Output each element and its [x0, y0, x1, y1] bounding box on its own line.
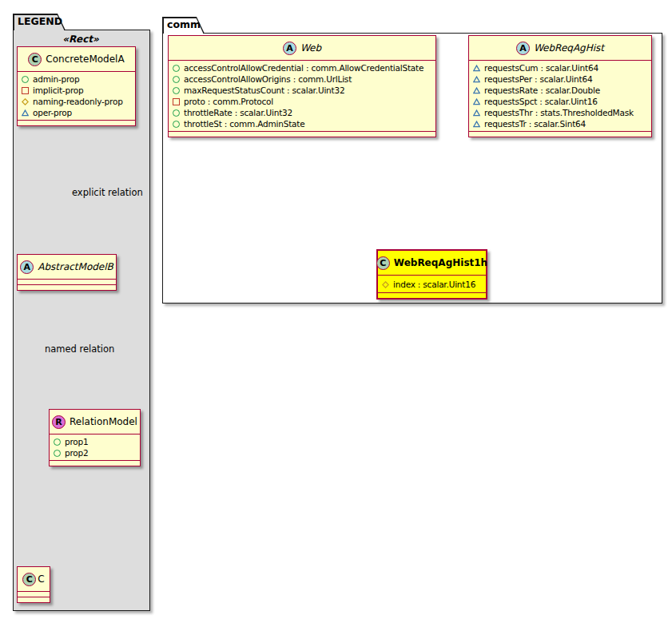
class-title: C C — [18, 567, 50, 591]
methods-compartment-empty — [18, 284, 116, 290]
attribute-row: throttleSt : comm.AdminState — [173, 118, 434, 129]
admin-circle-icon — [22, 76, 29, 83]
oper-triangle-icon — [473, 65, 480, 72]
relation-spot-icon: R — [52, 415, 66, 429]
legend-package-title: LEGEND — [18, 15, 62, 27]
attribute-row: index : scalar.Uint16 — [382, 279, 484, 290]
oper-triangle-icon — [473, 87, 480, 94]
attribute-row: maxRequestStatusCount : scalar.Uint32 — [173, 85, 434, 96]
attribute-text: admin-prop — [33, 74, 80, 84]
attribute-row: throttleRate : scalar.Uint32 — [173, 107, 434, 118]
oper-triangle-icon — [473, 109, 480, 117]
attribute-row: prop2 — [54, 447, 138, 458]
attributes-compartment-empty — [18, 279, 116, 284]
class-spot-icon: C — [376, 256, 390, 270]
attribute-text: accessControlAllowCredential : comm.Allo… — [184, 63, 423, 73]
methods-compartment-empty — [50, 460, 140, 466]
admin-circle-icon — [173, 87, 180, 94]
abstract-spot-icon: A — [516, 42, 530, 55]
attribute-row: accessControlAllowCredential : comm.Allo… — [173, 62, 434, 73]
attribute-text: oper-prop — [33, 108, 72, 117]
uml-class-diagram: LEGEND «Rect» comm C ConcreteModelA admi… — [0, 0, 672, 619]
implicit-square-icon — [173, 98, 180, 105]
attribute-text: requestsThr : stats.ThresholdedMask — [484, 108, 634, 117]
methods-compartment-empty — [18, 120, 135, 125]
attribute-text: index : scalar.Uint16 — [393, 280, 475, 289]
attribute-row: requestsTr : scalar.Sint64 — [473, 118, 650, 129]
abstract-spot-icon: A — [20, 260, 34, 274]
comm-package-title: comm — [167, 18, 201, 30]
attribute-text: requestsTr : scalar.Sint64 — [484, 119, 586, 129]
attribute-text: prop1 — [65, 437, 89, 446]
attribute-row: requestsPer : scalar.Uint64 — [473, 73, 650, 85]
attribute-row: requestsSpct : scalar.Uint16 — [473, 96, 650, 107]
attribute-text: requestsSpct : scalar.Uint16 — [484, 97, 598, 106]
attribute-row: implicit-prop — [22, 85, 133, 96]
class-relation-model: R RelationModel prop1 prop2 — [49, 409, 141, 466]
attribute-row: accessControlAllowOrigins : comm.UrlList — [173, 73, 434, 85]
attribute-text: requestsRate : scalar.Double — [484, 85, 600, 95]
admin-circle-icon — [173, 76, 180, 83]
class-spot-icon: C — [28, 53, 42, 66]
readonly-diamond-icon — [382, 281, 389, 288]
attribute-row: proto : comm.Protocol — [173, 96, 434, 107]
class-c: C C — [17, 566, 50, 603]
oper-triangle-icon — [473, 76, 480, 83]
attribute-text: requestsCum : scalar.Uint64 — [484, 63, 598, 73]
class-name: ConcreteModelA — [46, 54, 124, 65]
attribute-text: accessControlAllowOrigins : comm.UrlList — [184, 74, 352, 84]
admin-circle-icon — [173, 65, 180, 72]
attribute-text: maxRequestStatusCount : scalar.Uint32 — [184, 85, 344, 95]
attribute-text: implicit-prop — [33, 85, 83, 95]
named-relation-label: named relation — [45, 343, 114, 355]
class-name: WebReqAgHist1h — [394, 257, 487, 268]
attributes-compartment-empty — [18, 591, 50, 597]
class-title: C WebReqAgHist1h — [378, 251, 486, 275]
class-title: C ConcreteModelA — [18, 47, 135, 71]
methods-compartment-empty — [378, 292, 486, 298]
class-title: A WebReqAgHist — [469, 36, 651, 60]
attribute-row: requestsThr : stats.ThresholdedMask — [473, 107, 650, 118]
attribute-row: requestsRate : scalar.Double — [473, 85, 650, 96]
methods-compartment-empty — [469, 131, 651, 137]
oper-triangle-icon — [473, 121, 480, 128]
attributes-compartment: requestsCum : scalar.Uint64 requestsPer … — [469, 60, 651, 131]
attributes-compartment: admin-prop implicit-prop naming-readonly… — [18, 71, 135, 120]
class-title: A AbstractModelB — [18, 255, 116, 279]
class-concrete-model-a: C ConcreteModelA admin-prop implicit-pro… — [17, 46, 136, 126]
class-web-req-ag-hist: A WebReqAgHist requestsCum : scalar.Uint… — [468, 35, 652, 137]
class-abstract-model-b: A AbstractModelB — [17, 254, 117, 291]
attribute-row: oper-prop — [22, 107, 133, 118]
attribute-text: prop2 — [65, 448, 89, 458]
attribute-text: requestsPer : scalar.Uint64 — [484, 74, 592, 84]
abstract-spot-icon: A — [283, 42, 296, 55]
class-web-req-ag-hist-1h: C WebReqAgHist1h index : scalar.Uint16 — [376, 249, 487, 300]
admin-circle-icon — [173, 109, 180, 117]
admin-circle-icon — [173, 121, 180, 128]
attribute-row: naming-readonly-prop — [22, 96, 133, 107]
methods-compartment-empty — [169, 131, 435, 137]
class-name: Web — [300, 42, 321, 54]
class-title: A Web — [169, 36, 435, 60]
methods-compartment-empty — [18, 597, 50, 602]
class-name: AbstractModelB — [38, 261, 113, 272]
admin-circle-icon — [54, 450, 61, 457]
attributes-compartment: prop1 prop2 — [50, 434, 140, 460]
class-title: R RelationModel — [50, 410, 140, 434]
attribute-text: proto : comm.Protocol — [184, 97, 273, 106]
class-name: C — [38, 573, 44, 585]
oper-triangle-icon — [473, 98, 480, 105]
attribute-row: admin-prop — [22, 73, 133, 85]
implicit-square-icon — [22, 87, 29, 94]
attributes-compartment: index : scalar.Uint16 — [378, 275, 486, 292]
attribute-text: throttleRate : scalar.Uint32 — [184, 108, 292, 117]
class-spot-icon: C — [22, 573, 36, 586]
class-web: A Web accessControlAllowCredential : com… — [168, 35, 436, 137]
class-name: WebReqAgHist — [534, 42, 604, 54]
attribute-row: requestsCum : scalar.Uint64 — [473, 62, 650, 73]
legend-stereotype: «Rect» — [13, 34, 149, 45]
class-name: RelationModel — [70, 416, 137, 427]
attributes-compartment: accessControlAllowCredential : comm.Allo… — [169, 60, 435, 131]
explicit-relation-label: explicit relation — [72, 187, 143, 198]
attribute-text: throttleSt : comm.AdminState — [184, 119, 305, 129]
